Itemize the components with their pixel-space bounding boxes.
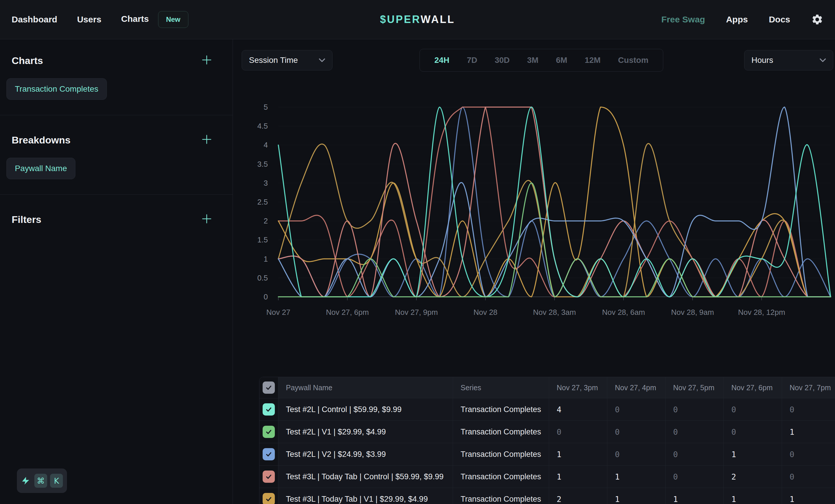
x-axis-label: Nov 28, 9am bbox=[671, 308, 714, 317]
sidebar-title-breakdowns: Breakdowns bbox=[12, 134, 70, 146]
range-tab-24h[interactable]: 24H bbox=[426, 56, 458, 65]
nav-item-free-swag[interactable]: Free Swag bbox=[661, 15, 705, 24]
x-axis-label: Nov 27 bbox=[266, 308, 290, 317]
sidebar-section-header: Charts bbox=[12, 55, 212, 67]
unit-select[interactable]: Hours bbox=[744, 50, 833, 70]
cell-value: 0 bbox=[607, 398, 665, 420]
add-filters-button[interactable] bbox=[201, 213, 212, 226]
y-axis-label: 4.5 bbox=[257, 122, 268, 130]
cell-series: Transaction Completes bbox=[453, 443, 549, 465]
x-axis-label: Nov 28, 12pm bbox=[738, 308, 785, 317]
breakdown-table-wrap: Paywall NameSeriesNov 27, 3pmNov 27, 4pm… bbox=[259, 377, 835, 504]
line-chart[interactable]: 00.511.522.533.544.55Nov 27Nov 27, 6pmNo… bbox=[233, 92, 835, 348]
app-logo[interactable]: $UPERWALL bbox=[380, 14, 455, 26]
command-palette-shortcut[interactable]: ⌘K bbox=[17, 468, 67, 493]
metric-select-value: Session Time bbox=[249, 56, 298, 65]
table-header-nov-27-3pm: Nov 27, 3pm bbox=[549, 377, 607, 398]
nav-item-charts[interactable]: ChartsNew bbox=[121, 11, 188, 28]
cell-series: Transaction Completes bbox=[453, 421, 549, 443]
table-header-nov-27-6pm: Nov 27, 6pm bbox=[724, 377, 782, 398]
table-header-paywall-name: Paywall Name bbox=[278, 377, 453, 398]
keycap-k[interactable]: K bbox=[50, 474, 63, 488]
nav-right: Free SwagAppsDocs bbox=[661, 14, 835, 26]
cell-value: 0 bbox=[665, 466, 724, 488]
cell-value: 1 bbox=[724, 443, 782, 465]
table-header-nov-27-4pm: Nov 27, 4pm bbox=[607, 377, 665, 398]
select-all-checkbox[interactable] bbox=[263, 381, 275, 394]
table-row: Test #3L | Today Tab | Control | $59.99,… bbox=[259, 465, 835, 488]
new-badge[interactable]: New bbox=[158, 11, 188, 28]
chip-paywall-name[interactable]: Paywall Name bbox=[6, 158, 76, 179]
page-layout: ChartsTransaction CompletesBreakdownsPay… bbox=[0, 39, 835, 504]
row-checkbox[interactable] bbox=[263, 493, 275, 504]
cell-value: 0 bbox=[549, 421, 607, 443]
range-tab-6m[interactable]: 6M bbox=[547, 56, 576, 65]
cell-value: 1 bbox=[782, 488, 835, 504]
row-checkbox[interactable] bbox=[263, 403, 275, 416]
row-checkbox[interactable] bbox=[263, 448, 275, 460]
y-axis-label: 0.5 bbox=[257, 274, 268, 282]
range-tab-3m[interactable]: 3M bbox=[518, 56, 547, 65]
add-charts-button[interactable] bbox=[201, 55, 212, 67]
top-nav: DashboardUsersChartsNew $UPERWALL Free S… bbox=[0, 0, 835, 39]
range-tab-7d[interactable]: 7D bbox=[458, 56, 486, 65]
add-breakdowns-button[interactable] bbox=[201, 134, 212, 146]
nav-item-apps[interactable]: Apps bbox=[726, 15, 748, 24]
row-checkbox-cell bbox=[259, 488, 278, 504]
sidebar-title-charts: Charts bbox=[12, 55, 43, 66]
nav-item-users[interactable]: Users bbox=[77, 15, 101, 24]
sidebar-title-filters: Filters bbox=[12, 214, 41, 225]
metric-select[interactable]: Session Time bbox=[242, 50, 332, 70]
sidebar-section-charts: ChartsTransaction Completes bbox=[0, 39, 232, 111]
cell-value: 2 bbox=[549, 488, 607, 504]
y-axis-label: 5 bbox=[264, 103, 268, 111]
cell-paywall-name: Test #3L | Today Tab | V1 | $29.99, $4.9… bbox=[278, 488, 453, 504]
plus-icon bbox=[201, 213, 212, 224]
table-row: Test #2L | Control | $59.99, $9.99Transa… bbox=[259, 398, 835, 420]
row-checkbox-cell bbox=[259, 398, 278, 420]
row-checkbox-cell bbox=[259, 443, 278, 465]
cell-series: Transaction Completes bbox=[453, 466, 549, 488]
x-axis-label: Nov 28, 6am bbox=[602, 308, 645, 317]
row-checkbox-cell bbox=[259, 421, 278, 443]
x-axis-label: Nov 27, 6pm bbox=[326, 308, 369, 317]
table-header-nov-27-7pm: Nov 27, 7pm bbox=[782, 377, 835, 398]
logo-accent-text: $UPER bbox=[380, 14, 421, 25]
nav-item-docs[interactable]: Docs bbox=[769, 15, 790, 24]
logo-rest-text: WALL bbox=[421, 14, 455, 25]
shortcut-keys: ⌘K bbox=[34, 474, 63, 488]
x-axis-label: Nov 28 bbox=[473, 308, 497, 317]
check-icon bbox=[265, 428, 272, 436]
range-tab-30d[interactable]: 30D bbox=[486, 56, 518, 65]
x-axis-label: Nov 28, 3am bbox=[533, 308, 576, 317]
y-axis-label: 1.5 bbox=[257, 235, 268, 244]
cell-paywall-name: Test #2L | V1 | $29.99, $4.99 bbox=[278, 421, 453, 443]
y-axis-label: 1 bbox=[264, 255, 268, 264]
unit-select-value: Hours bbox=[751, 56, 773, 65]
row-checkbox[interactable] bbox=[263, 426, 275, 438]
cell-value: 0 bbox=[665, 398, 724, 420]
row-checkbox[interactable] bbox=[263, 470, 275, 483]
sidebar-section-header: Filters bbox=[12, 213, 212, 226]
nav-item-dashboard[interactable]: Dashboard bbox=[12, 15, 57, 24]
range-tab-custom[interactable]: Custom bbox=[609, 56, 657, 65]
range-tab-12m[interactable]: 12M bbox=[576, 56, 609, 65]
cell-series: Transaction Completes bbox=[453, 488, 549, 504]
cell-value: 1 bbox=[549, 466, 607, 488]
check-icon bbox=[265, 384, 272, 392]
cell-paywall-name: Test #2L | Control | $59.99, $9.99 bbox=[278, 398, 453, 420]
cell-paywall-name: Test #3L | Today Tab | Control | $59.99,… bbox=[278, 466, 453, 488]
chevron-down-icon bbox=[819, 58, 826, 62]
plus-icon bbox=[201, 134, 212, 145]
settings-button[interactable] bbox=[811, 14, 823, 26]
chip-transaction-completes[interactable]: Transaction Completes bbox=[6, 78, 107, 100]
row-checkbox-cell bbox=[259, 466, 278, 488]
cell-value: 0 bbox=[607, 421, 665, 443]
cell-value: 1 bbox=[782, 421, 835, 443]
keycap-cmd[interactable]: ⌘ bbox=[34, 474, 47, 488]
check-icon bbox=[265, 495, 272, 503]
breakdown-table: Paywall NameSeriesNov 27, 3pmNov 27, 4pm… bbox=[259, 377, 835, 504]
chart-svg: 00.511.522.533.544.55Nov 27Nov 27, 6pmNo… bbox=[233, 92, 835, 348]
sidebar: ChartsTransaction CompletesBreakdownsPay… bbox=[0, 39, 233, 504]
table-row: Test #3L | Today Tab | V1 | $29.99, $4.9… bbox=[259, 488, 835, 504]
